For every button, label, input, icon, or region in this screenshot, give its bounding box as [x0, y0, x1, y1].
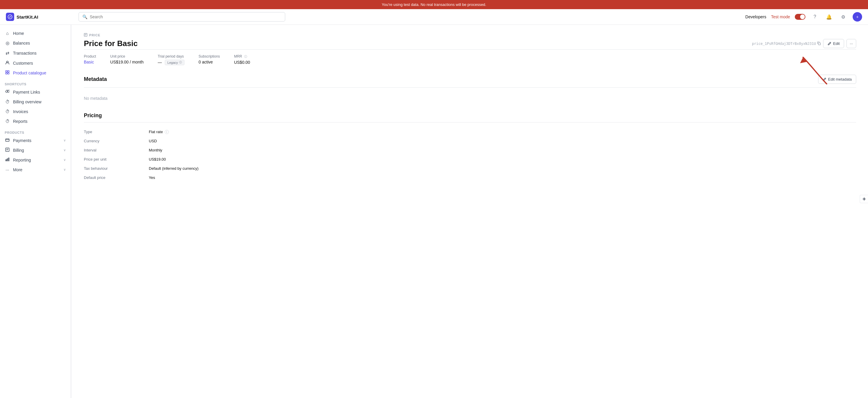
user-avatar[interactable]: +	[852, 12, 862, 22]
subscriptions-value: 0 active	[199, 60, 213, 64]
sidebar-item-home[interactable]: ⌂ Home	[0, 28, 70, 38]
billing-chevron: ∨	[63, 148, 66, 152]
expand-button[interactable]	[860, 195, 868, 203]
action-buttons: Edit ···	[823, 39, 856, 48]
main-content: PRICE Price for Basic price_1PsRfGHdaj3D…	[72, 25, 868, 398]
pricing-section: Pricing Type Flat rate i Currency USD In…	[84, 113, 856, 182]
test-mode-label: Test mode	[771, 14, 790, 19]
trial-period-value: — Legacy ⓘ	[158, 60, 184, 65]
settings-button[interactable]: ⚙	[838, 12, 848, 22]
payments-icon	[5, 138, 10, 143]
product-value[interactable]: Basic	[84, 60, 94, 64]
transactions-icon: ⇄	[5, 51, 10, 56]
metadata-title: Metadata	[84, 76, 107, 82]
svg-rect-4	[6, 73, 7, 74]
sidebar-item-invoices[interactable]: ⏱ Invoices	[0, 106, 70, 116]
sidebar-item-billing-overview[interactable]: ⏱ Billing overview	[0, 97, 70, 106]
currency-label: Currency	[84, 139, 149, 143]
default-price-label: Default price	[84, 175, 149, 180]
reporting-icon	[5, 157, 10, 162]
payments-chevron: ∨	[63, 139, 66, 142]
type-info-icon: i	[165, 130, 169, 134]
svg-rect-7	[6, 148, 9, 151]
product-label: Product	[84, 54, 96, 58]
help-button[interactable]: ?	[810, 12, 819, 22]
sidebar-item-payment-links[interactable]: Payment Links	[0, 87, 70, 97]
sidebar-item-reports-label: Reports	[13, 119, 27, 124]
payment-links-icon	[5, 89, 10, 94]
billing-overview-icon: ⏱	[5, 99, 10, 104]
edit-metadata-label: Edit metadata	[828, 77, 852, 82]
price-per-unit-value: US$19.00	[149, 157, 166, 161]
info-unit-price: Unit price US$19.00 / month	[110, 54, 144, 65]
pricing-row-type: Type Flat rate i	[84, 127, 856, 136]
type-label: Type	[84, 130, 149, 134]
pricing-row-default-price: Default price Yes	[84, 173, 856, 182]
more-label: ···	[850, 41, 853, 46]
banner-text: You're using test data. No real transact…	[382, 2, 486, 7]
sidebar-item-home-label: Home	[13, 31, 24, 36]
pricing-row-tax-behaviour: Tax behaviour Default (inferred by curre…	[84, 164, 856, 173]
pricing-row-price-per-unit: Price per unit US$19.00	[84, 155, 856, 164]
sidebar-item-billing-overview-label: Billing overview	[13, 99, 41, 104]
header-actions: Developers Test mode ? 🔔 ⚙ +	[745, 12, 862, 22]
mrr-value: US$0.00	[234, 60, 250, 65]
layout: ⌂ Home ◎ Balances ⇄ Transactions Custome…	[0, 25, 868, 398]
sidebar-item-billing-label: Billing	[13, 148, 24, 153]
interval-value: Monthly	[149, 148, 162, 152]
test-mode-toggle[interactable]	[795, 14, 805, 20]
billing-icon	[5, 148, 10, 153]
metadata-section: Metadata Edit metadata No metadata	[84, 75, 856, 103]
sidebar-item-reporting[interactable]: Reporting ∨	[0, 155, 70, 165]
developers-button[interactable]: Developers	[745, 14, 767, 19]
svg-rect-3	[8, 70, 9, 72]
invoices-icon: ⏱	[5, 109, 10, 114]
sidebar-item-invoices-label: Invoices	[13, 109, 28, 114]
sidebar-item-more[interactable]: ··· More ∨	[0, 165, 70, 175]
default-price-value: Yes	[149, 175, 155, 180]
edit-metadata-button[interactable]: Edit metadata	[818, 75, 856, 84]
edit-button[interactable]: Edit	[823, 39, 844, 48]
notifications-button[interactable]: 🔔	[824, 12, 834, 22]
sidebar: ⌂ Home ◎ Balances ⇄ Transactions Custome…	[0, 25, 71, 398]
sidebar-item-transactions-label: Transactions	[13, 51, 37, 56]
no-metadata-text: No metadata	[84, 94, 856, 103]
test-mode-banner: You're using test data. No real transact…	[0, 0, 868, 9]
shortcuts-section-label: Shortcuts	[0, 82, 70, 87]
search-input[interactable]	[90, 14, 281, 19]
logo[interactable]: StartKit.AI	[6, 13, 74, 21]
header: StartKit.AI 🔍 Developers Test mode ? 🔔 ⚙…	[0, 9, 868, 25]
price-per-unit-label: Price per unit	[84, 157, 149, 161]
page-label-text: PRICE	[89, 33, 100, 37]
price-id: price_1PsRfGHdaj3DTrBx0yxNJ31U	[752, 42, 816, 46]
sidebar-item-transactions[interactable]: ⇄ Transactions	[0, 48, 70, 58]
product-catalogue-icon	[5, 70, 10, 75]
sidebar-item-customers-label: Customers	[13, 61, 33, 65]
sidebar-item-customers[interactable]: Customers	[0, 58, 70, 68]
price-id-row-right: price_1PsRfGHdaj3DTrBx0yxNJ31U	[752, 41, 821, 46]
metadata-header: Metadata Edit metadata	[84, 75, 856, 84]
search-icon: 🔍	[82, 14, 87, 19]
edit-button-label: Edit	[833, 41, 840, 46]
info-row: Product Basic Unit price US$19.00 / mont…	[84, 49, 856, 65]
copy-price-id-button[interactable]	[817, 41, 821, 46]
more-icon: ···	[5, 167, 10, 172]
svg-rect-2	[6, 70, 7, 72]
sidebar-item-payment-links-label: Payment Links	[13, 90, 40, 94]
info-mrr: MRR ⓘ US$0.00	[234, 54, 250, 65]
tax-behaviour-value: Default (inferred by currency)	[149, 166, 198, 171]
pricing-row-currency: Currency USD	[84, 136, 856, 146]
info-subscriptions: Subscriptions 0 active	[199, 54, 220, 65]
sidebar-item-reporting-label: Reporting	[13, 158, 31, 162]
more-options-button[interactable]: ···	[846, 39, 856, 48]
search-bar[interactable]: 🔍	[79, 12, 285, 22]
sidebar-item-billing[interactable]: Billing ∨	[0, 145, 70, 155]
sidebar-item-payments[interactable]: Payments ∨	[0, 135, 70, 145]
mrr-info-icon: ⓘ	[244, 55, 247, 58]
reports-icon: ⏱	[5, 119, 10, 124]
pricing-header: Pricing	[84, 113, 856, 119]
sidebar-item-balances[interactable]: ◎ Balances	[0, 38, 70, 48]
sidebar-item-product-catalogue[interactable]: Product catalogue	[0, 68, 70, 78]
sidebar-item-reports[interactable]: ⏱ Reports	[0, 116, 70, 126]
page-label: PRICE	[84, 33, 856, 37]
